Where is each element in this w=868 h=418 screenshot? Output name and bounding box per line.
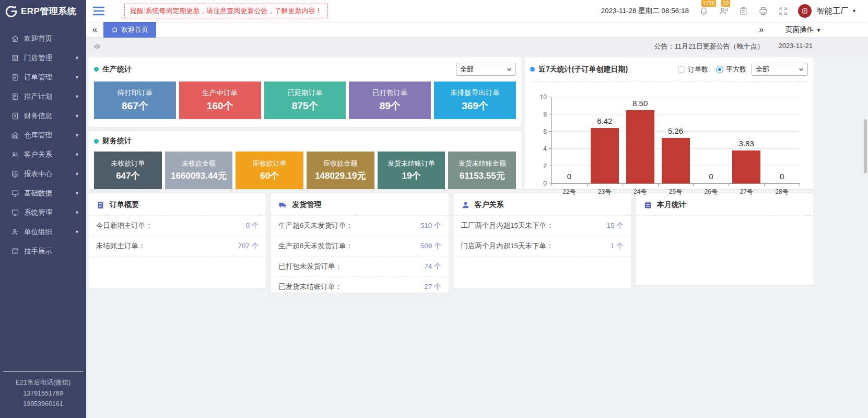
user-menu-caret-icon[interactable]: ▼: [852, 8, 857, 14]
x-axis-tick: [800, 183, 800, 186]
production-stat-card[interactable]: 生产中订单160个: [179, 82, 261, 119]
announcement-text[interactable]: 公告：11月21日更新公告（晚十点）: [654, 42, 764, 51]
y-axis-label: 2: [543, 162, 547, 170]
page-actions-caret-icon: ▼: [816, 28, 821, 33]
tab-bar: « 欢迎首页 » 页面操作▼: [86, 22, 868, 38]
summary-row-value[interactable]: 15 个: [606, 221, 623, 230]
section-dot: [94, 67, 99, 72]
tab-label: 欢迎首页: [121, 25, 148, 34]
sidebar-item-scheduling[interactable]: 排产计划▼: [0, 87, 86, 106]
chevron-down-icon: ▼: [75, 55, 79, 61]
sidebar-item-orders[interactable]: 订单管理▼: [0, 67, 86, 87]
messages-icon[interactable]: 20: [719, 6, 729, 16]
speaker-icon[interactable]: [93, 42, 101, 51]
page-actions-dropdown[interactable]: 页面操作▼: [785, 25, 821, 34]
chart-plot-area: 0246810022号6.4223号8.5024号5.2625号026号3.83…: [551, 97, 800, 184]
customer-icon: [461, 201, 470, 210]
summary-row-value[interactable]: 510 个: [420, 221, 441, 230]
chart-bar-value: 5.26: [668, 126, 683, 135]
shipping-panel-title: 发货管理: [292, 200, 321, 210]
finance-stat-card[interactable]: 发货未结账金额61153.55元: [448, 152, 516, 189]
weekly-chart-panel: 近7天统计(子订单创建日期) 订单数平方数 全部 0246810022号6.42…: [525, 57, 813, 189]
finance-stats-title: 财务统计: [102, 136, 132, 146]
bell-badge: 1726: [701, 0, 716, 7]
tabbar-right-group: » 页面操作▼: [753, 25, 868, 34]
y-axis-label: 0: [543, 180, 547, 187]
summary-row-value[interactable]: 509 个: [420, 241, 441, 251]
chart-bar[interactable]: [591, 128, 619, 183]
sidebar-item-reports[interactable]: 报表中心▼: [0, 164, 86, 183]
user-avatar[interactable]: [798, 4, 812, 18]
x-axis-category-label: 28号: [775, 188, 788, 196]
header-right-group: 2023-11-28 星期二 08:56:18 1726 20 智能工厂: [601, 4, 868, 18]
chart-gridline: [552, 97, 800, 97]
x-axis-category-label: 25号: [669, 188, 682, 196]
summary-row-value[interactable]: 74 个: [424, 262, 441, 271]
radio-square-count[interactable]: 平方数: [716, 65, 746, 74]
production-filter-select[interactable]: 全部: [456, 63, 516, 76]
chart-gridline: [552, 114, 800, 114]
menu-collapse-icon[interactable]: [93, 6, 104, 16]
x-axis-tick: [587, 183, 588, 186]
user-name[interactable]: 智能工厂: [817, 6, 848, 16]
summary-row-value[interactable]: 0 个: [245, 221, 259, 230]
radio-order-count[interactable]: 订单数: [678, 65, 708, 74]
section-dot: [94, 139, 99, 144]
stat-card-label: 未收款订单: [111, 159, 145, 168]
messages-badge: 20: [721, 0, 730, 7]
order-summary-panel: 订单概要今日新增主订单：0 个未结账主订单：707 个: [89, 193, 266, 288]
tabs-scroll-left-icon[interactable]: «: [86, 25, 103, 34]
tabs-scroll-right-icon[interactable]: »: [753, 25, 770, 34]
chevron-down-icon: ▼: [75, 94, 79, 99]
production-stat-card[interactable]: 已延期订单875个: [264, 82, 346, 119]
sidebar-item-base-data[interactable]: 基础数据▼: [0, 183, 86, 203]
clipboard-icon[interactable]: [738, 6, 748, 16]
summary-row-value[interactable]: 1 个: [611, 241, 624, 251]
sidebar-item-warehouse[interactable]: 仓库管理▼: [0, 125, 86, 145]
summary-row: 今日新增主订单：0 个: [89, 216, 266, 236]
sidebar-item-stores[interactable]: 门店管理▼: [0, 48, 86, 67]
x-axis-category-label: 26号: [705, 188, 718, 196]
summary-row-value[interactable]: 707 个: [238, 241, 259, 251]
production-stat-card[interactable]: 已打包订单89个: [349, 82, 431, 119]
finance-stat-card[interactable]: 未收款订单647个: [94, 152, 162, 189]
support-phone-title: E21售后电话(微信): [0, 377, 86, 388]
chart-bar[interactable]: [732, 150, 760, 183]
chart-bar[interactable]: [662, 138, 690, 183]
sidebar-item-org-units[interactable]: 单位组织▼: [0, 222, 86, 241]
bell-icon[interactable]: 1726: [699, 6, 709, 16]
x-axis-tick: [693, 183, 694, 186]
file-icon: [11, 92, 19, 101]
warehouse-icon: [11, 131, 19, 140]
sidebar-item-customers[interactable]: 客户关系▼: [0, 145, 86, 164]
sidebar-item-system[interactable]: 系统管理▼: [0, 203, 86, 222]
fullscreen-icon[interactable]: [778, 6, 788, 16]
summary-row-value[interactable]: 27 个: [424, 282, 441, 292]
stat-card-value: 61153.55元: [460, 170, 505, 182]
stat-card-value: 1660093.44元: [171, 170, 227, 182]
finance-stat-card[interactable]: 应收款订单60个: [236, 152, 303, 189]
sidebar-item-handle-display[interactable]: 拉手展示: [0, 241, 86, 261]
order-summary-panel-header: 订单概要: [89, 193, 266, 216]
production-stats-panel: 生产统计 全部 待打印订单867个生产中订单160个已延期订单875个已打包订单…: [89, 57, 521, 127]
production-stat-card[interactable]: 未排版导出订单369个: [434, 82, 516, 119]
app-logo: ERP管理系统: [0, 0, 86, 22]
sidebar-item-finance-info[interactable]: 财务信息▼: [0, 106, 86, 125]
finance-stats-panel: 财务统计 未收款订单647个未收款金额1660093.44元应收款订单60个应收…: [89, 131, 521, 189]
bar-chart: 0246810022号6.4223号8.5024号5.2625号026号3.83…: [551, 97, 800, 184]
sidebar-item-home[interactable]: 欢迎首页: [0, 29, 86, 48]
section-dot: [530, 67, 535, 72]
y-axis-tick: [549, 114, 552, 114]
chart-bar[interactable]: [626, 110, 654, 183]
y-axis-label: 8: [543, 111, 547, 118]
scrollbar-thumb[interactable]: [864, 119, 867, 173]
print-icon[interactable]: [758, 6, 768, 16]
summary-row-label: 生产超6天未发货订单：: [278, 221, 353, 230]
tab-welcome-home[interactable]: 欢迎首页: [103, 22, 156, 38]
production-stat-card[interactable]: 待打印订单867个: [94, 82, 176, 119]
finance-stat-card[interactable]: 发货未结账订单19个: [378, 152, 445, 189]
sidebar-item-label: 客户关系: [24, 150, 52, 159]
finance-stat-card[interactable]: 未收款金额1660093.44元: [165, 152, 233, 189]
finance-stat-card[interactable]: 应收款金额148029.19元: [307, 152, 374, 189]
chart-filter-select[interactable]: 全部: [752, 63, 808, 76]
